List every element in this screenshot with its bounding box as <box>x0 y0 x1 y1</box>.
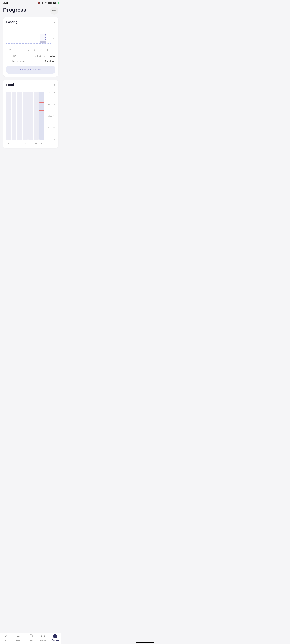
x-label-s2: S <box>34 49 36 51</box>
avg-legend-row: Daily average 4 h 14 min <box>6 58 55 64</box>
battery-text: 88% <box>53 2 56 4</box>
food-x-s1: S <box>24 143 26 145</box>
fasting-divider <box>6 26 55 26</box>
fasting-title: Fasting <box>6 20 18 24</box>
food-chart-area: 12:00 AM 06:00 AM 12:00 PM 06:00 PM 12:0… <box>6 92 55 145</box>
plan-line-icon <box>6 56 10 56</box>
x-label-t2: T <box>47 49 48 51</box>
food-card-header[interactable]: Food › <box>6 83 55 87</box>
food-bar-m <box>34 92 38 140</box>
food-y-12pm: 12:00 PM <box>48 115 55 117</box>
food-y-6am: 06:00 AM <box>48 103 55 105</box>
svg-rect-6 <box>48 2 51 4</box>
x-label-w: W <box>9 49 10 51</box>
food-bar-s1 <box>23 92 27 140</box>
food-bar-t-active <box>40 92 44 140</box>
avatar-text: Let them ♡ <box>51 10 58 12</box>
food-x-m: M <box>35 143 37 145</box>
wifi-icon <box>44 2 47 4</box>
avg-legend-left: Daily average <box>6 60 25 62</box>
avatar-button[interactable]: Let them ♡ <box>50 7 58 14</box>
fasting-card-header[interactable]: Fasting › <box>6 20 55 24</box>
food-marker-1 <box>40 102 44 104</box>
current-day-fill <box>40 41 46 43</box>
svg-rect-2 <box>42 2 42 4</box>
food-bars-container <box>6 92 44 140</box>
svg-rect-3 <box>43 2 43 4</box>
fasting-card: Fasting › <box>3 17 58 77</box>
fasting-legend: Plan 14:10 → ... → 12:12 Daily average 4… <box>6 53 55 64</box>
fasting-chevron: › <box>54 20 55 24</box>
battery-icon <box>48 2 52 4</box>
food-x-t2: T <box>41 143 42 145</box>
fasting-chart <box>6 29 51 48</box>
y-label-10: 10 <box>53 37 55 39</box>
avg-line-icon <box>6 61 10 61</box>
fasting-chart-area: 20 10 0 <box>6 29 55 48</box>
food-y-6pm: 06:00 PM <box>48 127 55 128</box>
food-x-t: T <box>14 143 15 145</box>
fasting-chart-bars <box>6 29 51 48</box>
food-x-w: W <box>8 143 10 145</box>
svg-rect-7 <box>52 2 52 4</box>
food-title: Food <box>6 83 14 87</box>
status-icons: 🔇 88% <box>38 2 59 4</box>
status-bar: 10:58 🔇 88% <box>0 0 61 5</box>
food-card: Food › 12:00 AM 06:00 AM 12:00 PM 06:00 … <box>3 80 58 148</box>
signal-icon <box>41 2 44 4</box>
food-y-labels: 12:00 AM 06:00 AM 12:00 PM 06:00 PM 12:0… <box>48 92 55 140</box>
food-divider <box>6 89 55 89</box>
food-bar-w <box>6 92 11 140</box>
food-bar-t <box>12 92 16 140</box>
x-label-m: M <box>40 49 42 51</box>
y-label-20: 20 <box>53 29 55 31</box>
plan-legend-row: Plan 14:10 → ... → 12:12 <box>6 53 55 58</box>
change-schedule-label: Change schedule <box>20 68 41 71</box>
page-title: Progress <box>3 7 26 13</box>
status-time: 10:58 <box>2 2 8 4</box>
svg-rect-0 <box>41 3 41 4</box>
svg-rect-1 <box>42 3 42 4</box>
x-label-s1: S <box>28 49 29 51</box>
scroll-content: Progress Let them ♡ Fasting › <box>0 5 61 167</box>
food-x-labels: W T F S S M T <box>6 140 44 145</box>
fasting-x-labels: W T F S S M T <box>6 49 55 51</box>
main-content: Progress Let them ♡ Fasting › <box>0 5 61 148</box>
svg-point-4 <box>46 4 46 4</box>
change-schedule-button[interactable]: Change schedule <box>6 66 55 74</box>
food-bar-f <box>17 92 22 140</box>
mute-icon: 🔇 <box>38 2 40 4</box>
plan-label: Plan <box>12 54 16 57</box>
food-x-s2: S <box>30 143 31 145</box>
food-marker-2 <box>40 110 44 111</box>
page-header: Progress Let them ♡ <box>3 7 58 14</box>
avg-label: Daily average <box>12 60 25 62</box>
food-bar-s2 <box>28 92 33 140</box>
plan-line <box>6 44 51 44</box>
fasting-y-labels: 20 10 0 <box>53 29 55 48</box>
battery-indicator <box>58 2 59 4</box>
food-chevron: › <box>54 83 55 86</box>
plan-legend-left: Plan <box>6 54 16 57</box>
x-label-f: F <box>22 49 23 51</box>
y-label-0: 0 <box>53 46 55 48</box>
plan-value: 14:10 → ... → 12:12 <box>36 54 55 57</box>
avg-value: 4 h 14 min <box>45 60 55 62</box>
food-y-12am: 12:00 AM <box>48 92 55 94</box>
food-y-12am2: 12:00 AM <box>48 138 55 140</box>
x-label-t1: T <box>16 49 17 51</box>
food-x-f: F <box>19 143 20 145</box>
